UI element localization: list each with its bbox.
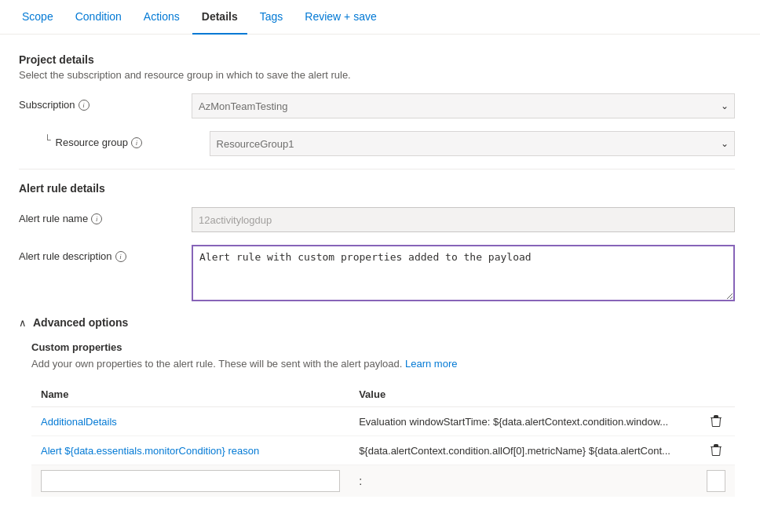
section-divider-1 xyxy=(19,169,735,169)
advanced-options-header[interactable]: ∧ Advanced options xyxy=(19,316,735,329)
row1-delete-button[interactable] xyxy=(707,412,725,431)
alert-rule-description-control: Alert rule with custom properties added … xyxy=(192,245,735,304)
tab-condition[interactable]: Condition xyxy=(66,0,131,35)
col-header-actions xyxy=(697,382,735,407)
delete-icon xyxy=(710,444,722,457)
resource-group-control: ResourceGroup1 ⌄ xyxy=(210,131,735,156)
alert-rule-details-title: Alert rule details xyxy=(19,182,735,195)
advanced-options-section: ∧ Advanced options Custom properties Add… xyxy=(19,316,735,497)
tab-scope[interactable]: Scope xyxy=(13,0,63,35)
advanced-options-collapse-icon: ∧ xyxy=(19,317,27,329)
row2-delete-button[interactable] xyxy=(707,441,725,460)
resource-group-label: Resource group i xyxy=(56,131,203,148)
custom-properties-desc: Add your own properties to the alert rul… xyxy=(31,358,735,370)
table-header: Name Value xyxy=(31,382,735,407)
row1-value: Evaluation windowStartTime: ${data.alert… xyxy=(349,407,697,436)
row1-name: AdditionalDetails xyxy=(31,407,349,436)
resource-group-select[interactable]: ResourceGroup1 xyxy=(210,131,735,156)
subscription-select[interactable]: AzMonTeamTesting xyxy=(192,93,735,118)
alert-rule-name-row: Alert rule name i xyxy=(19,207,735,232)
new-row-value-cell xyxy=(697,465,735,497)
table-body: AdditionalDetails Evaluation windowStart… xyxy=(31,407,735,497)
new-row-value-input[interactable] xyxy=(707,470,725,492)
row1-name-link[interactable]: AdditionalDetails xyxy=(41,416,117,428)
learn-more-link[interactable]: Learn more xyxy=(405,358,457,370)
table-row-new: : xyxy=(31,465,735,497)
tab-tags[interactable]: Tags xyxy=(250,0,293,35)
resource-group-row: └ Resource group i ResourceGroup1 ⌄ xyxy=(19,131,735,156)
tab-review-save[interactable]: Review + save xyxy=(295,0,385,35)
table-row: Alert ${data.essentials.monitorCondition… xyxy=(31,436,735,465)
alert-rule-name-label: Alert rule name i xyxy=(19,207,192,224)
alert-rule-description-info-icon[interactable]: i xyxy=(115,251,126,262)
new-row-name-input[interactable] xyxy=(41,470,340,492)
alert-rule-details-section: Alert rule details Alert rule name i Ale… xyxy=(19,182,735,304)
col-header-value: Value xyxy=(349,382,697,407)
alert-rule-name-info-icon[interactable]: i xyxy=(91,213,102,224)
subscription-control: AzMonTeamTesting ⌄ xyxy=(192,93,735,118)
tab-details[interactable]: Details xyxy=(192,0,247,35)
project-details-desc: Select the subscription and resource gro… xyxy=(19,69,735,81)
project-details-section: Project details Select the subscription … xyxy=(19,53,735,156)
delete-icon xyxy=(710,415,722,428)
custom-properties-table: Name Value AdditionalDetails Evaluation … xyxy=(31,382,735,497)
main-content: Project details Select the subscription … xyxy=(0,35,754,516)
tab-actions[interactable]: Actions xyxy=(134,0,189,35)
row2-delete-cell xyxy=(697,436,735,465)
subscription-info-icon[interactable]: i xyxy=(79,100,90,111)
alert-rule-description-label: Alert rule description i xyxy=(19,245,192,262)
subscription-row: Subscription i AzMonTeamTesting ⌄ xyxy=(19,93,735,118)
new-row-separator-cell: : xyxy=(349,465,697,497)
table-header-row: Name Value xyxy=(31,382,735,407)
row2-value: ${data.alertContext.condition.allOf[0].m… xyxy=(349,436,697,465)
col-header-name: Name xyxy=(31,382,349,407)
advanced-options-title: Advanced options xyxy=(33,316,128,329)
alert-rule-description-row: Alert rule description i Alert rule with… xyxy=(19,245,735,304)
subscription-label: Subscription i xyxy=(19,93,192,111)
row2-name-link[interactable]: Alert ${data.essentials.monitorCondition… xyxy=(41,445,259,457)
custom-properties-title: Custom properties xyxy=(31,341,735,353)
row1-delete-cell xyxy=(697,407,735,436)
new-row-name-cell xyxy=(31,465,349,497)
alert-rule-description-textarea[interactable]: Alert rule with custom properties added … xyxy=(192,245,735,301)
custom-properties-container: Custom properties Add your own propertie… xyxy=(19,341,735,497)
colon-separator: : xyxy=(353,475,368,487)
alert-rule-name-input[interactable] xyxy=(192,207,735,232)
row2-name: Alert ${data.essentials.monitorCondition… xyxy=(31,436,349,465)
alert-rule-name-control xyxy=(192,207,735,232)
resource-group-select-wrapper: ResourceGroup1 ⌄ xyxy=(210,131,735,156)
project-details-title: Project details xyxy=(19,53,735,66)
tab-bar: Scope Condition Actions Details Tags Rev… xyxy=(0,0,760,35)
subscription-select-wrapper: AzMonTeamTesting ⌄ xyxy=(192,93,735,118)
table-row: AdditionalDetails Evaluation windowStart… xyxy=(31,407,735,436)
resource-group-info-icon[interactable]: i xyxy=(131,137,142,148)
